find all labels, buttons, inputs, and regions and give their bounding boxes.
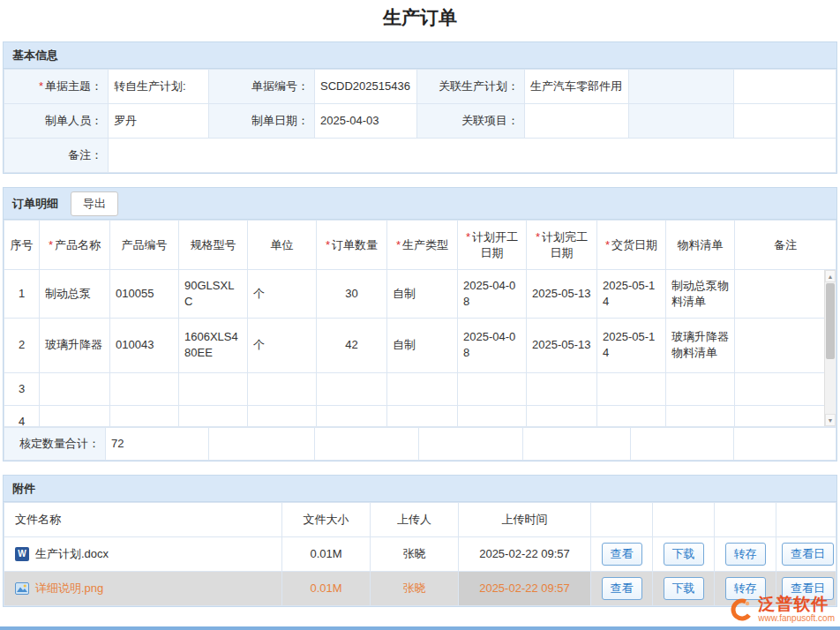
column-header-remark: 备注 — [735, 221, 836, 270]
order-row: 3 — [4, 372, 836, 405]
column-header-action — [591, 503, 653, 537]
page-container: 生产订单 基本信息 *单据主题： 转自生产计划: 单据编号： SCDD20251… — [0, 5, 840, 607]
column-header-bom: 物料清单 — [666, 221, 735, 270]
cell-qty: 30 — [317, 270, 387, 318]
order-body-scroll-area: 1 制动总泵 010055 90GLSXLC 个 30 自制 2025-04-0… — [4, 270, 836, 427]
cell-plan-start — [458, 372, 527, 405]
cell-bom — [666, 405, 735, 427]
transfer-button[interactable]: 转存 — [725, 543, 766, 566]
attachments-header: 附件 — [4, 476, 836, 502]
column-header-spec: 规格型号 — [179, 221, 248, 270]
total-qty-label: 核定数量合计： — [4, 428, 106, 461]
scrollbar-track[interactable] — [825, 282, 836, 414]
cell-seq: 1 — [4, 270, 40, 318]
required-marker: * — [396, 238, 401, 251]
vertical-scrollbar[interactable]: ▲ ▼ — [824, 270, 836, 426]
cell-seq: 3 — [4, 372, 40, 405]
column-header-unit: 单位 — [248, 221, 317, 270]
watermark-url: www.fanpusoft.com — [758, 613, 835, 623]
order-header-row: 序号 *产品名称 产品编号 规格型号 单位 *订单数量 *生产类型 *计划开工日… — [4, 221, 836, 270]
file-name: 生产计划.docx — [35, 546, 109, 562]
view-button[interactable]: 查看 — [602, 543, 642, 566]
basic-info-header: 基本信息 — [4, 42, 836, 69]
column-header-product-name: *产品名称 — [40, 221, 110, 270]
column-header-upload-time: 上传时间 — [459, 503, 591, 537]
transfer-button[interactable]: 转存 — [725, 577, 766, 600]
file-size: 0.01M — [282, 572, 371, 606]
file-name-cell: W 生产计划.docx — [4, 537, 282, 572]
kv-value: 2025-04-03 — [315, 104, 417, 139]
cell-remark — [735, 405, 836, 427]
uploader: 张晓 — [371, 537, 459, 572]
required-marker: * — [466, 230, 470, 244]
bottom-bar — [0, 626, 840, 630]
kv-value: 转自生产计划: — [109, 70, 209, 104]
kv-label: 制单人员： — [4, 104, 109, 139]
attachments-header-row: 文件名称 文件大小 上传人 上传时间 — [4, 503, 836, 537]
cell-seq: 2 — [4, 318, 40, 372]
upload-time: 2025-02-22 09:57 — [459, 537, 591, 572]
required-marker: * — [49, 238, 53, 251]
kv-value: 生产汽车零部件用 — [525, 70, 629, 104]
download-button[interactable]: 下载 — [664, 543, 704, 566]
footer-empty-cell — [315, 428, 419, 461]
required-marker: * — [326, 238, 330, 251]
column-header-plan-finish: *计划完工日期 — [527, 221, 597, 270]
footer-empty-cell — [631, 428, 734, 461]
cell-bom: 制动总泵物料清单 — [666, 270, 735, 318]
column-header-action — [776, 503, 836, 537]
download-button[interactable]: 下载 — [664, 577, 704, 600]
view-button[interactable]: 查看 — [602, 577, 642, 600]
cell-prod-type — [387, 405, 458, 427]
column-header-uploader: 上传人 — [371, 503, 459, 537]
order-body-table: 1 制动总泵 010055 90GLSXLC 个 30 自制 2025-04-0… — [4, 270, 836, 427]
kv-label: 关联项目： — [417, 104, 525, 139]
cell-delivery-date — [597, 405, 666, 427]
order-footer-table: 核定数量合计： 72 — [4, 427, 836, 461]
attachments-table: 文件名称 文件大小 上传人 上传时间 W 生产计划.docx 0.01M 张晓 — [4, 502, 836, 606]
required-marker: * — [536, 230, 540, 244]
column-header-delivery-date: *交货日期 — [597, 221, 666, 270]
cell-spec — [179, 405, 248, 427]
footer-empty-cell — [209, 428, 315, 461]
required-marker: * — [39, 79, 43, 93]
view-log-button[interactable]: 查看日 — [782, 543, 834, 566]
cell-spec — [179, 372, 248, 405]
order-row: 4 — [4, 405, 836, 427]
cell-prod-type: 自制 — [387, 318, 458, 372]
cell-bom — [666, 372, 735, 405]
kv-value — [109, 139, 836, 173]
view-log-button[interactable]: 查看日 — [782, 577, 834, 600]
kv-label: 制单日期： — [209, 104, 315, 139]
scroll-down-icon[interactable]: ▼ — [825, 414, 836, 426]
cell-spec: 1606XLS480EE — [179, 318, 248, 372]
basic-info-title: 基本信息 — [12, 48, 58, 64]
cell-qty — [317, 405, 387, 427]
attachment-row[interactable]: W 生产计划.docx 0.01M 张晓 2025-02-22 09:57 查看… — [4, 537, 836, 572]
cell-plan-start: 2025-04-08 — [458, 270, 527, 318]
file-name-cell: 详细说明.png — [4, 572, 282, 606]
scrollbar-thumb[interactable] — [826, 283, 835, 359]
kv-value — [525, 104, 629, 139]
cell-delivery-date — [597, 372, 666, 405]
cell-remark — [735, 318, 836, 372]
cell-product-name: 玻璃升降器 — [40, 318, 110, 372]
order-details-title: 订单明细 — [12, 196, 58, 212]
required-marker: * — [605, 238, 610, 251]
kv-value: 罗丹 — [109, 104, 209, 139]
cell-qty: 42 — [317, 318, 387, 372]
kv-label-empty — [629, 70, 734, 104]
cell-plan-finish: 2025-05-13 — [527, 318, 597, 372]
kv-label: 单据编号： — [209, 70, 315, 104]
attachment-row-selected[interactable]: 详细说明.png 0.01M 张晓 2025-02-22 09:57 查看 下载… — [4, 572, 836, 606]
cell-spec: 90GLSXLC — [179, 270, 248, 318]
basic-info-section: 基本信息 *单据主题： 转自生产计划: 单据编号： SCDD202515436 … — [3, 41, 837, 174]
basic-info-row: 制单人员： 罗丹 制单日期： 2025-04-03 关联项目： — [4, 104, 836, 139]
kv-label: 备注： — [4, 139, 109, 173]
export-button[interactable]: 导出 — [71, 191, 118, 216]
total-qty-value: 72 — [106, 428, 209, 461]
cell-delivery-date: 2025-05-14 — [597, 318, 666, 372]
column-header-file-size: 文件大小 — [282, 503, 371, 537]
scroll-up-icon[interactable]: ▲ — [825, 270, 836, 282]
kv-label: 关联生产计划： — [417, 70, 525, 104]
